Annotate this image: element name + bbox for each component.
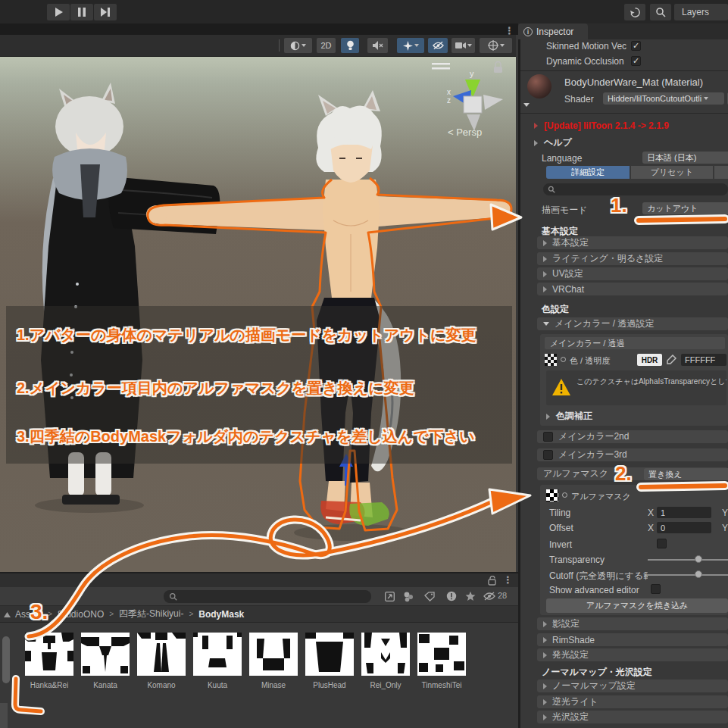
- foldout-uv-settings[interactable]: UV設定: [537, 267, 728, 280]
- transparency-slider[interactable]: [648, 559, 728, 561]
- open-window-icon[interactable]: [385, 592, 395, 601]
- scene-audio-button[interactable]: [367, 38, 388, 53]
- eyedropper-icon[interactable]: [666, 355, 676, 365]
- texture-item[interactable]: TinmeshiTei: [417, 633, 466, 689]
- invert-checkbox[interactable]: [657, 539, 667, 548]
- scene-visibility-button[interactable]: [428, 38, 448, 53]
- search-button[interactable]: [650, 4, 671, 20]
- project-search-input[interactable]: [164, 590, 371, 603]
- step-3-marker: 3.: [30, 600, 48, 624]
- foldout-rimshade[interactable]: RimShade: [537, 633, 728, 646]
- gizmos-dropdown[interactable]: [480, 38, 512, 53]
- skinned-motion-checkbox[interactable]: ✓: [631, 41, 641, 51]
- tiling-x-axis: X: [648, 508, 654, 518]
- offset-x-field[interactable]: 0: [657, 522, 711, 533]
- language-dropdown[interactable]: 日本語 (日本): [642, 152, 728, 164]
- tab-cutoff[interactable]: [714, 166, 728, 179]
- foldout-backlight[interactable]: 逆光ライト: [537, 695, 728, 708]
- scene-lighting-button[interactable]: [341, 38, 359, 53]
- dynamic-occlusion-checkbox[interactable]: ✓: [631, 56, 641, 66]
- alert-icon[interactable]: [446, 591, 457, 601]
- object-picker-icon[interactable]: [561, 357, 566, 362]
- foldout-label: メインカラー / 透過設定: [555, 317, 654, 330]
- alphamask-mode-dropdown[interactable]: 置き換え: [644, 468, 728, 480]
- maincolor-2nd-checkbox[interactable]: [543, 432, 553, 442]
- tone-correction-foldout[interactable]: 色調補正: [546, 410, 592, 423]
- foldout-label: メインカラー2nd: [558, 430, 629, 443]
- search-icon: [548, 186, 555, 193]
- toggle-2d-button[interactable]: 2D: [317, 38, 336, 53]
- color-hex-field[interactable]: FFFFFF: [681, 354, 726, 366]
- texture-label: PlusHead: [305, 681, 354, 689]
- alphamask-texture-thumb[interactable]: [546, 489, 558, 501]
- tiling-y-axis: Y: [722, 508, 728, 518]
- dynamic-occlusion-label: Dynamic Occlusion: [546, 56, 624, 67]
- label-tag-icon[interactable]: [424, 592, 435, 601]
- pause-button[interactable]: [70, 4, 93, 20]
- object-picker-icon[interactable]: [562, 492, 567, 498]
- foldout-maincolor-2nd[interactable]: メインカラー2nd: [537, 430, 728, 443]
- shading-mode-dropdown[interactable]: [284, 38, 312, 53]
- hdr-button[interactable]: HDR: [637, 354, 662, 366]
- hidden-count: 28: [498, 591, 507, 600]
- breadcrumb-folder[interactable]: BodyMask: [198, 609, 244, 620]
- rendering-mode-dropdown[interactable]: カットアウト: [642, 202, 728, 214]
- foldout-label: 光沢設定: [552, 711, 589, 723]
- foldout-vrchat[interactable]: VRChat: [537, 283, 728, 295]
- cutoff-slider-knob[interactable]: [695, 570, 702, 578]
- play-button[interactable]: [47, 4, 70, 20]
- scene-effects-dropdown[interactable]: [397, 38, 424, 53]
- texture-item[interactable]: Kanata: [81, 633, 130, 689]
- breadcrumb-avatar[interactable]: 四季結-Shikiyui-: [119, 608, 183, 620]
- update-notice-row[interactable]: [Update] lilToon 2.1.4 -> 2.1.9: [534, 120, 669, 131]
- favorites-star-icon[interactable]: [465, 591, 476, 601]
- transparency-slider-knob[interactable]: [695, 555, 702, 563]
- kebab-menu-icon[interactable]: ⋮: [503, 574, 513, 586]
- vertical-scrollbar-thumb[interactable]: [2, 636, 10, 683]
- layers-dropdown[interactable]: Layers: [674, 4, 728, 20]
- show-advanced-checkbox[interactable]: [651, 584, 661, 594]
- texture-item[interactable]: PlusHead: [305, 633, 354, 689]
- color-transparency-label: 色 / 透明度: [570, 355, 610, 367]
- texture-item[interactable]: Rei_Only: [361, 633, 410, 689]
- cutoff-slider[interactable]: [648, 574, 728, 576]
- foldout-emission-settings[interactable]: 発光設定: [537, 648, 728, 661]
- foldout-maincolor[interactable]: メインカラー / 透過設定: [537, 317, 728, 330]
- section-color-settings: 色設定: [542, 303, 569, 316]
- hidden-eye-slash-icon[interactable]: [483, 592, 495, 601]
- foldout-maincolor-3rd[interactable]: メインカラー3rd: [537, 448, 728, 461]
- foldout-gloss-settings[interactable]: 光沢設定: [537, 711, 728, 723]
- chevron-down-icon: [543, 322, 549, 326]
- collab-history-button[interactable]: [624, 4, 645, 20]
- foldout-basic-settings[interactable]: 基本設定: [537, 236, 728, 249]
- help-foldout[interactable]: ヘルプ: [534, 136, 572, 149]
- foldout-shadow-settings[interactable]: 影設定: [537, 617, 728, 630]
- breadcrumb-studio[interactable]: StudioONO: [58, 609, 104, 620]
- tab-detail-settings[interactable]: 詳細設定: [546, 166, 630, 179]
- scene-camera-dropdown[interactable]: [451, 38, 475, 53]
- scene-view[interactable]: y x z < Persp 1.アバターの身体のマテリアルの描画モードをカットア…: [0, 57, 516, 574]
- inspector-search-input[interactable]: [543, 183, 728, 195]
- lock-icon: [494, 62, 502, 73]
- texture-item[interactable]: Kuuta: [193, 633, 242, 689]
- texture-item[interactable]: Komano: [137, 633, 186, 689]
- tab-preset[interactable]: プリセット: [631, 166, 713, 179]
- foldout-normalmap-settings[interactable]: ノーマルマップ設定: [537, 680, 728, 692]
- bake-alphamask-button[interactable]: アルファマスクを焼き込み: [546, 598, 728, 613]
- collapse-arrow-icon[interactable]: [4, 612, 11, 617]
- perspective-label[interactable]: < Persp: [448, 127, 482, 138]
- maincolor-texture-thumb[interactable]: [545, 354, 557, 366]
- tab-inspector[interactable]: i Inspector: [518, 23, 588, 39]
- tiling-x-field[interactable]: 1: [657, 507, 711, 518]
- maincolor-3rd-checkbox[interactable]: [543, 450, 553, 460]
- unlock-icon[interactable]: [488, 576, 497, 586]
- material-foldout-icon[interactable]: [523, 103, 530, 107]
- foldout-lighting-settings[interactable]: ライティング・明るさ設定: [537, 252, 728, 265]
- step-button[interactable]: [94, 4, 117, 20]
- shader-dropdown[interactable]: Hidden/lilToonCutoutOutli: [603, 92, 724, 105]
- texture-item[interactable]: Minase: [249, 633, 298, 689]
- texture-item[interactable]: Hanka&Rei: [25, 633, 73, 689]
- filter-type-icon[interactable]: [403, 591, 414, 602]
- vertical-scrollbar-track[interactable]: [0, 703, 8, 728]
- step-1-marker: 1.: [611, 194, 627, 217]
